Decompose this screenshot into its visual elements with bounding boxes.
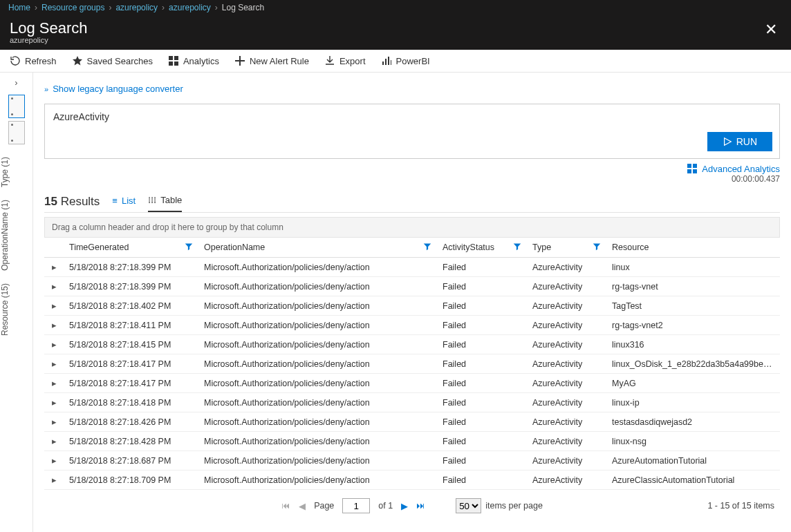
cell-time: 5/18/2018 8:27:18.709 PM [64,471,198,490]
items-per-page-select[interactable]: 50 [456,498,481,513]
cell-op: Microsoft.Authorization/policies/deny/ac… [198,316,437,335]
saved-searches-button[interactable]: Saved Searches [72,55,153,66]
close-button[interactable]: ✕ [761,19,781,40]
cell-resource: linux_OsDisk_1_e28b22da3b5a4a99bebf4d2c [606,354,780,374]
expand-row-button[interactable]: ▸ [44,316,64,335]
group-drop-area[interactable]: Drag a column header and drop it here to… [44,217,780,237]
expand-row-button[interactable]: ▸ [44,296,64,316]
refresh-button[interactable]: Refresh [10,55,57,66]
cell-resource: MyAG [606,374,780,393]
query-editor[interactable]: AzureActivity RUN [44,104,780,159]
cell-status: Failed [437,374,527,393]
legacy-converter-link[interactable]: » Show legacy language converter [44,84,780,94]
new-alert-button[interactable]: New Alert Rule [234,55,309,66]
cell-op: Microsoft.Authorization/policies/deny/ac… [198,451,437,471]
expand-row-button[interactable]: ▸ [44,374,64,393]
cell-type: AzureActivity [527,412,606,432]
cell-time: 5/18/2018 8:27:18.417 PM [64,354,198,374]
cell-resource: AzureAutomationTutorial [606,451,780,471]
table-row[interactable]: ▸5/18/2018 8:27:18.418 PMMicrosoft.Autho… [44,393,780,412]
side-label-type: Type (1) [0,157,10,187]
export-button[interactable]: Export [324,55,366,66]
cell-status: Failed [437,296,527,316]
expand-row-button[interactable]: ▸ [44,277,64,296]
col-timegenerated[interactable]: TimeGenerated [64,238,198,258]
filter-icon[interactable] [593,243,601,253]
cell-time: 5/18/2018 8:27:18.399 PM [64,258,198,277]
cell-type: AzureActivity [527,277,606,296]
expand-row-button[interactable]: ▸ [44,451,64,471]
powerbi-button[interactable]: PowerBI [381,55,430,66]
expand-row-button[interactable]: ▸ [44,258,64,277]
list-view-toggle[interactable]: ≡ List [112,191,136,211]
table-row[interactable]: ▸5/18/2018 8:27:18.417 PMMicrosoft.Autho… [44,374,780,393]
expand-row-button[interactable]: ▸ [44,412,64,432]
results-table: TimeGenerated OperationName ActivityStat… [44,237,780,490]
side-label-op: OperationName (1) [0,200,10,271]
cell-status: Failed [437,335,527,354]
refresh-icon [10,55,21,66]
cell-type: AzureActivity [527,316,606,335]
prev-page-button[interactable]: ◀ [299,501,306,511]
crumb-azp2[interactable]: azurepolicy [169,3,211,12]
cell-resource: linux [606,258,780,277]
cell-resource: linux316 [606,335,780,354]
table-row[interactable]: ▸5/18/2018 8:27:18.399 PMMicrosoft.Autho… [44,277,780,296]
cell-time: 5/18/2018 8:27:18.687 PM [64,451,198,471]
crumb-home[interactable]: Home [8,3,30,12]
grid-icon [168,55,179,66]
expand-row-button[interactable]: ▸ [44,335,64,354]
cell-time: 5/18/2018 8:27:18.428 PM [64,432,198,451]
cell-status: Failed [437,393,527,412]
table-row[interactable]: ▸5/18/2018 8:27:18.415 PMMicrosoft.Autho… [44,335,780,354]
filter-thumb-1[interactable] [8,95,25,118]
expand-panel-button[interactable]: › [0,73,32,92]
cell-type: AzureActivity [527,471,606,490]
table-view-toggle[interactable]: ⁞⁞⁞ Table [148,191,182,212]
col-type[interactable]: Type [527,238,606,258]
page-input[interactable] [342,498,370,513]
page-label: Page [314,501,334,511]
table-row[interactable]: ▸5/18/2018 8:27:18.402 PMMicrosoft.Autho… [44,296,780,316]
filter-icon[interactable] [513,243,521,253]
side-label-res: Resource (15) [0,283,10,336]
last-page-button[interactable]: ⏭ [416,501,425,511]
first-page-button[interactable]: ⏮ [281,501,290,511]
pager: ⏮ ◀ Page of 1 ▶ ⏭ 50 items per page 1 - … [44,490,780,515]
col-resource[interactable]: Resource [606,238,780,258]
next-page-button[interactable]: ▶ [401,501,408,511]
run-button[interactable]: RUN [707,132,772,151]
table-row[interactable]: ▸5/18/2018 8:27:18.426 PMMicrosoft.Autho… [44,412,780,432]
pager-summary: 1 - 15 of 15 items [707,501,774,511]
cell-status: Failed [437,451,527,471]
expand-row-button[interactable]: ▸ [44,393,64,412]
cell-type: AzureActivity [527,393,606,412]
filter-icon[interactable] [423,243,431,253]
cell-resource: rg-tags-vnet [606,277,780,296]
table-row[interactable]: ▸5/18/2018 8:27:18.428 PMMicrosoft.Autho… [44,432,780,451]
advanced-analytics-link[interactable]: Advanced Analytics [687,163,780,174]
table-row[interactable]: ▸5/18/2018 8:27:18.417 PMMicrosoft.Autho… [44,354,780,374]
cell-time: 5/18/2018 8:27:18.426 PM [64,412,198,432]
table-row[interactable]: ▸5/18/2018 8:27:18.411 PMMicrosoft.Autho… [44,316,780,335]
table-row[interactable]: ▸5/18/2018 8:27:18.399 PMMicrosoft.Autho… [44,258,780,277]
expand-row-button[interactable]: ▸ [44,354,64,374]
play-icon [723,137,732,146]
cell-op: Microsoft.Authorization/policies/deny/ac… [198,354,437,374]
filter-icon[interactable] [185,243,193,253]
analytics-button[interactable]: Analytics [168,55,219,66]
crumb-azp1[interactable]: azurepolicy [115,3,158,12]
cell-status: Failed [437,471,527,490]
expand-row-button[interactable]: ▸ [44,471,64,490]
filter-thumb-2[interactable] [8,121,25,144]
crumb-rg[interactable]: Resource groups [41,3,104,12]
table-row[interactable]: ▸5/18/2018 8:27:18.709 PMMicrosoft.Autho… [44,471,780,490]
breadcrumb: Home› Resource groups› azurepolicy› azur… [0,0,791,15]
cell-op: Microsoft.Authorization/policies/deny/ac… [198,277,437,296]
col-operationname[interactable]: OperationName [198,238,437,258]
page-title: Log Search [10,19,88,37]
expand-row-button[interactable]: ▸ [44,432,64,451]
table-row[interactable]: ▸5/18/2018 8:27:18.687 PMMicrosoft.Autho… [44,451,780,471]
cell-type: AzureActivity [527,374,606,393]
col-activitystatus[interactable]: ActivityStatus [437,238,527,258]
